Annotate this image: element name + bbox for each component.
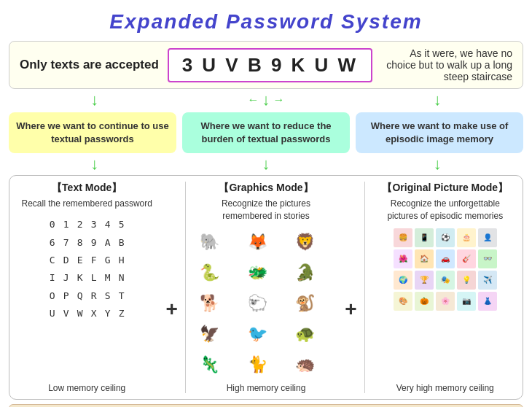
grid-cell: 6	[46, 234, 59, 251]
graphics-icon: 🦎	[196, 351, 224, 379]
arrow-down-left-icon: ↓	[90, 90, 98, 109]
original-picture: 🍔	[394, 228, 412, 247]
arrow-right-icon: →	[273, 93, 284, 106]
grid-cell: R	[87, 287, 101, 304]
grid-cell: S	[101, 287, 114, 304]
grid-cell: Q	[74, 287, 87, 304]
plus-sign-1: +	[165, 182, 177, 393]
graphics-icon: 🦁	[292, 228, 319, 256]
grid-cell: B	[115, 234, 128, 251]
arrow-down-to-picture-mode-icon: ↓	[434, 155, 442, 174]
grid-cell: 7	[60, 234, 73, 251]
grid-cell: Z	[115, 305, 128, 322]
original-picture: 🚗	[436, 249, 455, 268]
graphics-icon: 🦔	[292, 351, 319, 379]
grid-cell: 2	[74, 216, 87, 233]
grid-cell: P	[60, 287, 73, 304]
original-picture: 🎸	[457, 249, 476, 268]
picture-mode-column: 【Original Picture Mode】 Recognize the un…	[372, 182, 518, 393]
graphics-icon: 🐒	[292, 290, 319, 317]
grid-cell: I	[46, 269, 59, 286]
graphics-icon: 🦅	[196, 320, 224, 348]
modes-container: 【Text Mode】 Recall the remembered passwo…	[9, 175, 523, 400]
grid-cell: D	[60, 252, 73, 268]
graphics-icon: 🐕	[196, 290, 224, 317]
grid-cell: 0	[46, 216, 59, 233]
grid-cell: K	[74, 269, 87, 286]
original-picture: 👗	[478, 292, 497, 311]
original-picture: 🏆	[415, 271, 434, 290]
original-picture: 📷	[457, 292, 476, 311]
top-left-label: Only texts are accepted	[20, 58, 159, 72]
graphics-icon: 🐘	[196, 228, 224, 256]
grid-cell: W	[74, 305, 87, 322]
text-mode-grid: 0123456789ABCDEFGHIJKLMNOPQRSTUVWXYZ	[46, 216, 128, 322]
graphics-icon: 🐊	[292, 259, 319, 287]
grid-cell: U	[46, 305, 59, 322]
grid-cell: 9	[87, 234, 101, 251]
graphics-mode-memory-label: High memory ceiling	[227, 383, 306, 393]
graphics-mode-subtitle: Recognize the pictures remembered in sto…	[196, 198, 336, 222]
arrow-down-to-text-mode-icon: ↓	[90, 155, 98, 174]
grid-cell: V	[60, 305, 73, 322]
original-picture: 🏠	[415, 249, 434, 268]
original-picture: 👤	[478, 228, 497, 247]
grid-cell: M	[101, 269, 114, 286]
grid-cell: G	[101, 252, 114, 268]
graphics-icon: 🐦	[243, 320, 271, 348]
grid-cell: 5	[115, 216, 128, 233]
original-picture: 🎃	[415, 292, 434, 311]
bottom-bar: Free choices from, as it were, among sta…	[9, 404, 523, 407]
original-picture: 🎨	[394, 292, 412, 311]
reasons-row: Where we want to continue to use textual…	[9, 112, 523, 153]
grid-cell: 1	[60, 216, 73, 233]
graphics-mode-icons: 🐘🦊🦁🐍🐲🐊🐕🐑🐒🦅🐦🐢🦎🐈🦔	[196, 228, 336, 379]
password-display: 3 U V B 9 K U W	[168, 48, 372, 82]
grid-cell: 8	[74, 234, 87, 251]
original-picture: 🌺	[394, 249, 412, 268]
text-mode-column: 【Text Mode】 Recall the remembered passwo…	[14, 182, 160, 393]
original-picture: 📱	[415, 228, 434, 247]
arrow-down-center-icon: ↓	[262, 90, 270, 109]
arrow-down-to-graphics-mode-icon: ↓	[262, 155, 270, 174]
original-picture: 👓	[478, 249, 497, 268]
grid-cell: F	[87, 252, 101, 268]
text-mode-subtitle: Recall the remembered password	[22, 198, 152, 210]
grid-cell: 4	[101, 216, 114, 233]
arrows-down-row: ↓ ↓ ↓	[9, 155, 523, 174]
top-row: Only texts are accepted 3 U V B 9 K U W …	[9, 41, 523, 89]
mode-divider-1	[185, 182, 186, 393]
grid-cell: N	[115, 269, 128, 286]
reason-text-mode: Where we want to continue to use textual…	[9, 112, 176, 153]
grid-cell: L	[87, 269, 101, 286]
original-picture: 🌍	[394, 271, 412, 290]
graphics-icon: 🐑	[243, 290, 271, 317]
picture-mode-memory-label: Very high memory ceiling	[396, 383, 494, 393]
arrow-left-icon: ←	[247, 93, 259, 106]
original-picture: 💡	[457, 271, 476, 290]
graphics-icon: 🐈	[243, 351, 271, 379]
page-title: Expanded Password System	[0, 0, 532, 41]
arrow-down-right-icon: ↓	[434, 90, 442, 109]
grid-cell: E	[74, 252, 87, 268]
original-picture: ⚽	[436, 228, 455, 247]
original-picture: 🌸	[436, 292, 455, 311]
original-picture: 🎂	[457, 228, 476, 247]
grid-cell: J	[60, 269, 73, 286]
text-mode-title: 【Text Mode】	[52, 182, 122, 195]
grid-cell: T	[115, 287, 128, 304]
top-right-label: As it were, we have no choice but to wal…	[381, 47, 512, 82]
grid-cell: X	[87, 305, 101, 322]
grid-cell: C	[46, 252, 59, 268]
graphics-icon: 🐍	[196, 259, 224, 287]
reason-graphics-mode: Where we want to reduce the burden of te…	[182, 112, 350, 153]
picture-mode-title: 【Original Picture Mode】	[382, 182, 508, 195]
grid-cell: 3	[87, 216, 101, 233]
original-picture: 🎭	[436, 271, 455, 290]
text-mode-memory-label: Low memory ceiling	[48, 383, 125, 393]
graphics-mode-column: 【Graphics Mode】 Recognize the pictures r…	[193, 182, 339, 393]
graphics-icon: 🐲	[243, 259, 271, 287]
grid-cell: A	[101, 234, 114, 251]
picture-mode-grid: 🍔📱⚽🎂👤🌺🏠🚗🎸👓🌍🏆🎭💡✈️🎨🎃🌸📷👗	[394, 228, 497, 311]
mode-divider-2	[364, 182, 365, 393]
